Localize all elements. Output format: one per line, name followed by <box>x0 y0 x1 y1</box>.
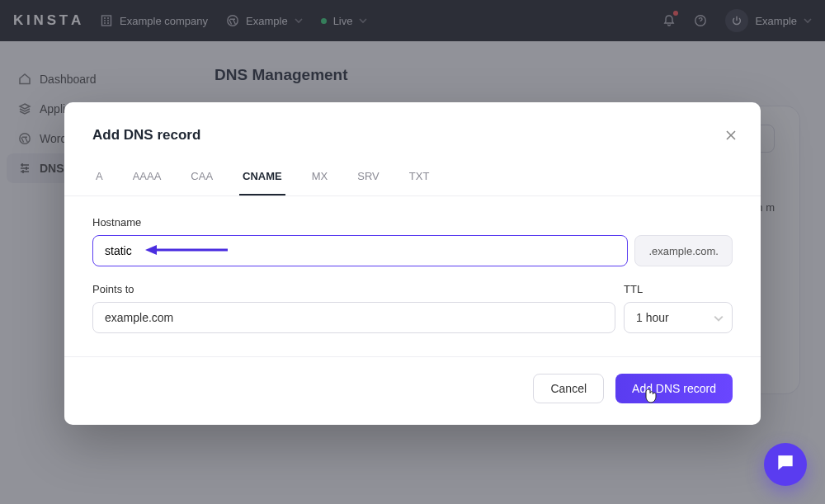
cancel-button[interactable]: Cancel <box>533 374 604 403</box>
add-dns-record-modal: Add DNS record A AAAA CAA CNAME MX SRV T… <box>64 102 761 425</box>
ttl-label: TTL <box>624 283 733 295</box>
chevron-down-icon <box>714 313 724 326</box>
close-button[interactable] <box>721 127 741 147</box>
tab-caa[interactable]: CAA <box>187 170 216 195</box>
close-icon <box>725 129 737 145</box>
tab-srv[interactable]: SRV <box>354 170 383 195</box>
chat-icon <box>775 452 796 477</box>
tab-cname[interactable]: CNAME <box>239 170 285 195</box>
modal-title: Add DNS record <box>92 127 733 144</box>
hostname-label: Hostname <box>92 216 733 228</box>
hostname-suffix: .example.com. <box>634 235 733 266</box>
ttl-select[interactable]: 1 hour <box>624 302 733 333</box>
tab-aaaa[interactable]: AAAA <box>130 170 165 195</box>
ttl-value: 1 hour <box>636 311 669 324</box>
tab-a[interactable]: A <box>92 170 106 195</box>
add-dns-record-button[interactable]: Add DNS record <box>615 374 733 403</box>
chat-launcher[interactable] <box>764 443 807 486</box>
hostname-input[interactable] <box>92 235 628 266</box>
record-type-tabs: A AAAA CAA CNAME MX SRV TXT <box>64 170 761 196</box>
pointsto-input[interactable] <box>92 302 615 333</box>
tab-mx[interactable]: MX <box>309 170 332 195</box>
tab-txt[interactable]: TXT <box>406 170 433 195</box>
pointsto-label: Points to <box>92 283 615 295</box>
